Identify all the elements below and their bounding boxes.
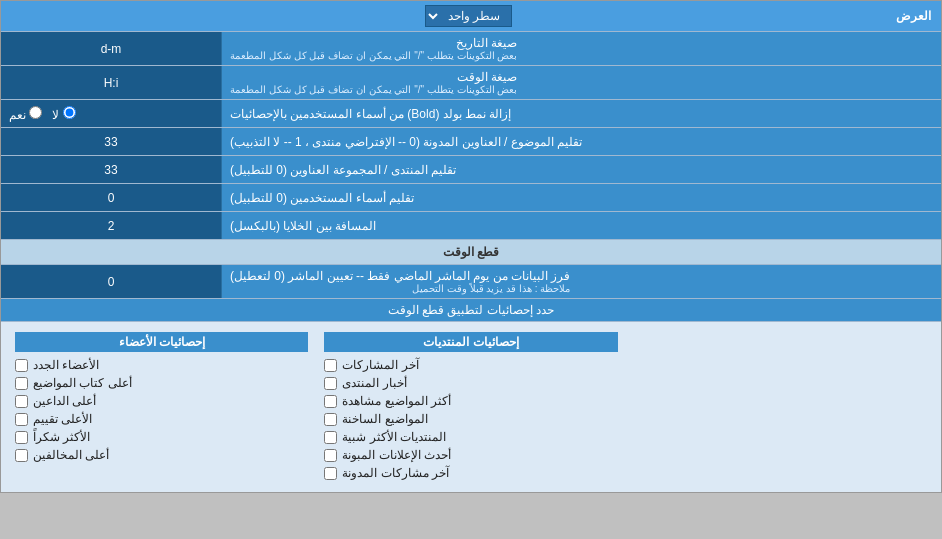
- header-row: العرض سطر واحد سطرين ثلاثة أسطر: [1, 1, 941, 32]
- apply-row: حدد إحصائيات لتطبيق قطع الوقت: [1, 299, 941, 322]
- bold-remove-radio-container: لا نعم: [1, 100, 221, 127]
- checkbox-akthar-shukr[interactable]: [15, 431, 28, 444]
- forum-stats-col: إحصائيات المنتديات آخر المشاركات أخبار ا…: [316, 328, 625, 486]
- checkbox-item: الأكثر شكراً: [15, 428, 308, 446]
- header-label: العرض: [896, 9, 931, 23]
- checkbox-item: الأعلى تقييم: [15, 410, 308, 428]
- apply-col: [626, 328, 935, 486]
- time-format-row: صيغة الوقت بعض التكوينات يتطلب "/" التي …: [1, 66, 941, 100]
- forum-titles-input[interactable]: [7, 163, 215, 177]
- forum-titles-row: تقليم المنتدى / المجموعة العناوين (0 للت…: [1, 156, 941, 184]
- checkbox-item: أحدث الإعلانات المبونة: [324, 446, 617, 464]
- date-format-row: صيغة التاريخ بعض التكوينات يتطلب "/" الت…: [1, 32, 941, 66]
- usernames-input[interactable]: [7, 191, 215, 205]
- topic-titles-row: تقليم الموضوع / العناوين المدونة (0 -- ا…: [1, 128, 941, 156]
- filter-row: فرز البيانات من يوم الماشر الماضي فقط --…: [1, 265, 941, 299]
- checkbox-item: آخر المشاركات: [324, 356, 617, 374]
- checkbox-muntadiyat[interactable]: [324, 431, 337, 444]
- member-stats-col: إحصائيات الأعضاء الأعضاء الجدد أعلى كتاب…: [7, 328, 316, 486]
- checkbox-item: أخبار المنتدى: [324, 374, 617, 392]
- checkbox-ala-taqyeem[interactable]: [15, 413, 28, 426]
- checkbox-item: أكثر المواضيع مشاهدة: [324, 392, 617, 410]
- checkbox-ilanaat[interactable]: [324, 449, 337, 462]
- checkbox-akhbar-muntada[interactable]: [324, 377, 337, 390]
- checkbox-item: المنتديات الأكثر شبية: [324, 428, 617, 446]
- checkbox-ala-kutab[interactable]: [15, 377, 28, 390]
- filter-input[interactable]: [7, 275, 215, 289]
- checkbox-item: أعلى المخالفين: [15, 446, 308, 464]
- usernames-row: تقليم أسماء المستخدمين (0 للتطبيل): [1, 184, 941, 212]
- member-stats-header: إحصائيات الأعضاء: [15, 332, 308, 352]
- stats-grid: إحصائيات المنتديات آخر المشاركات أخبار ا…: [7, 328, 935, 486]
- topic-titles-label: تقليم الموضوع / العناوين المدونة (0 -- ا…: [221, 128, 941, 155]
- space-cells-input[interactable]: [7, 219, 215, 233]
- checkbox-akhir-musharkaat[interactable]: [324, 359, 337, 372]
- usernames-input-container: [1, 184, 221, 211]
- filter-input-container: [1, 265, 221, 298]
- time-format-input[interactable]: [7, 76, 215, 90]
- usernames-label: تقليم أسماء المستخدمين (0 للتطبيل): [221, 184, 941, 211]
- time-format-label: صيغة الوقت بعض التكوينات يتطلب "/" التي …: [221, 66, 941, 99]
- forum-titles-input-container: [1, 156, 221, 183]
- checkbox-item: أعلى الداعين: [15, 392, 308, 410]
- checkbox-item: آخر مشاركات المدونة: [324, 464, 617, 482]
- bottom-section: إحصائيات المنتديات آخر المشاركات أخبار ا…: [1, 322, 941, 492]
- time-format-input-container: [1, 66, 221, 99]
- date-format-label: صيغة التاريخ بعض التكوينات يتطلب "/" الت…: [221, 32, 941, 65]
- checkbox-item: الأعضاء الجدد: [15, 356, 308, 374]
- space-cells-row: المسافة بين الخلايا (بالبكسل): [1, 212, 941, 240]
- radio-no-label: لا: [52, 106, 75, 122]
- space-cells-label: المسافة بين الخلايا (بالبكسل): [221, 212, 941, 239]
- checkbox-aadaa-judud[interactable]: [15, 359, 28, 372]
- forum-stats-header: إحصائيات المنتديات: [324, 332, 617, 352]
- space-cells-input-container: [1, 212, 221, 239]
- radio-no[interactable]: [63, 106, 76, 119]
- date-format-input-container: [1, 32, 221, 65]
- topic-titles-input[interactable]: [7, 135, 215, 149]
- checkbox-ala-daeen[interactable]: [15, 395, 28, 408]
- radio-yes-label: نعم: [9, 106, 42, 122]
- checkbox-ala-mukhalifeen[interactable]: [15, 449, 28, 462]
- checkbox-mawadee-sakhina[interactable]: [324, 413, 337, 426]
- filter-label: فرز البيانات من يوم الماشر الماضي فقط --…: [221, 265, 941, 298]
- bold-remove-label: إزالة نمط بولد (Bold) من أسماء المستخدمي…: [221, 100, 941, 127]
- main-container: العرض سطر واحد سطرين ثلاثة أسطر صيغة الت…: [0, 0, 942, 493]
- checkbox-akhir-madawina[interactable]: [324, 467, 337, 480]
- radio-yes[interactable]: [29, 106, 42, 119]
- bold-remove-row: إزالة نمط بولد (Bold) من أسماء المستخدمي…: [1, 100, 941, 128]
- topic-titles-input-container: [1, 128, 221, 155]
- checkbox-item: أعلى كتاب المواضيع: [15, 374, 308, 392]
- checkbox-akthar-mawadee[interactable]: [324, 395, 337, 408]
- date-format-input[interactable]: [7, 42, 215, 56]
- checkbox-item: المواضيع الساخنة: [324, 410, 617, 428]
- forum-titles-label: تقليم المنتدى / المجموعة العناوين (0 للت…: [221, 156, 941, 183]
- display-select[interactable]: سطر واحد سطرين ثلاثة أسطر: [425, 5, 512, 27]
- cut-time-section-header: قطع الوقت: [1, 240, 941, 265]
